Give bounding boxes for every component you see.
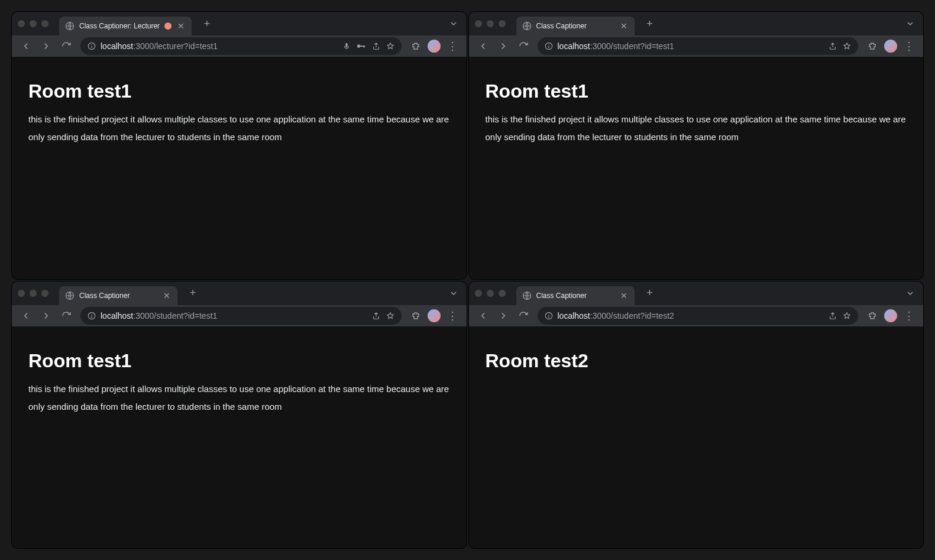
toolbar: localhost:3000/student?id=test1 ⋮	[469, 35, 924, 57]
tab-search-button[interactable]	[903, 17, 917, 31]
maximize-window-button[interactable]	[499, 290, 506, 297]
window-controls	[475, 20, 506, 27]
minimize-window-button[interactable]	[30, 290, 37, 297]
browser-tab[interactable]: Class Captioner: Lecturer ✕	[59, 17, 192, 35]
back-button[interactable]	[18, 38, 34, 54]
close-window-button[interactable]	[18, 20, 25, 27]
tab-search-button[interactable]	[903, 286, 917, 300]
browser-tab[interactable]: Class Captioner ✕	[516, 17, 635, 35]
minimize-window-button[interactable]	[487, 20, 494, 27]
share-icon[interactable]	[372, 312, 380, 320]
url-text: localhost:3000/student?id=test2	[558, 311, 824, 321]
maximize-window-button[interactable]	[499, 20, 506, 27]
tab-bar: Class Captioner: Lecturer ✕ +	[12, 12, 467, 35]
tab-search-button[interactable]	[447, 286, 461, 300]
profile-avatar[interactable]	[884, 309, 897, 322]
new-tab-button[interactable]: +	[199, 15, 215, 32]
recording-indicator-icon	[164, 22, 172, 30]
address-bar[interactable]: localhost:3000/student?id=test2	[538, 307, 859, 325]
profile-avatar[interactable]	[884, 40, 897, 53]
back-button[interactable]	[475, 38, 491, 54]
share-icon[interactable]	[829, 42, 837, 50]
page-heading: Room test1	[28, 80, 450, 102]
extensions-icon[interactable]	[407, 307, 424, 324]
new-tab-button[interactable]: +	[642, 15, 658, 32]
tab-bar: Class Captioner ✕ +	[469, 12, 924, 35]
site-info-icon[interactable]	[88, 312, 96, 320]
reload-button[interactable]	[515, 38, 532, 54]
browser-menu-button[interactable]: ⋮	[444, 38, 461, 54]
close-tab-button[interactable]: ✕	[176, 21, 186, 31]
maximize-window-button[interactable]	[41, 290, 48, 297]
url-text: localhost:3000/student?id=test1	[558, 41, 824, 51]
site-info-icon[interactable]	[88, 42, 96, 50]
back-button[interactable]	[18, 307, 34, 324]
window-controls	[18, 290, 48, 297]
tab-title: Class Captioner	[536, 292, 614, 300]
page-body-text: this is the finished project it allows m…	[28, 380, 450, 416]
password-key-icon[interactable]	[357, 42, 366, 50]
bookmark-star-icon[interactable]	[386, 312, 394, 320]
toolbar: localhost:3000/lecturer?id=test1 ⋮	[12, 35, 467, 57]
toolbar: localhost:3000/student?id=test2 ⋮	[469, 305, 924, 326]
page-heading: Room test2	[486, 350, 907, 372]
forward-button[interactable]	[38, 38, 54, 54]
share-icon[interactable]	[372, 42, 380, 50]
globe-icon	[65, 291, 75, 300]
browser-window-1: Class Captioner ✕ + localhost:3000/stude…	[469, 12, 924, 279]
address-bar[interactable]: localhost:3000/lecturer?id=test1	[80, 37, 402, 55]
new-tab-button[interactable]: +	[642, 285, 658, 302]
reload-button[interactable]	[58, 38, 75, 54]
close-window-button[interactable]	[475, 290, 482, 297]
close-tab-button[interactable]: ✕	[619, 291, 629, 300]
svg-rect-5	[363, 46, 364, 48]
site-info-icon[interactable]	[545, 42, 553, 50]
browser-window-0: Class Captioner: Lecturer ✕ + localhost:…	[12, 12, 467, 279]
site-info-icon[interactable]	[545, 312, 553, 320]
minimize-window-button[interactable]	[30, 20, 37, 27]
extensions-icon[interactable]	[407, 38, 424, 54]
browser-window-3: Class Captioner ✕ + localhost:3000/stude…	[469, 281, 924, 549]
bookmark-star-icon[interactable]	[843, 312, 851, 320]
page-content: Room test1 this is the finished project …	[12, 57, 467, 279]
new-tab-button[interactable]: +	[185, 285, 201, 302]
page-body-text: this is the finished project it allows m…	[486, 111, 907, 146]
reload-button[interactable]	[58, 307, 75, 324]
back-button[interactable]	[475, 307, 491, 324]
extensions-icon[interactable]	[864, 38, 881, 54]
browser-menu-button[interactable]: ⋮	[901, 307, 917, 324]
url-text: localhost:3000/lecturer?id=test1	[101, 41, 338, 51]
close-window-button[interactable]	[475, 20, 482, 27]
browser-tab[interactable]: Class Captioner ✕	[516, 286, 635, 305]
browser-tab[interactable]: Class Captioner ✕	[59, 286, 177, 305]
extensions-icon[interactable]	[864, 307, 881, 324]
browser-menu-button[interactable]: ⋮	[901, 38, 917, 54]
tab-search-button[interactable]	[447, 17, 461, 31]
close-tab-button[interactable]: ✕	[162, 291, 172, 300]
tab-title: Class Captioner	[79, 292, 157, 300]
address-bar[interactable]: localhost:3000/student?id=test1	[538, 37, 859, 55]
page-body-text: this is the finished project it allows m…	[28, 111, 450, 146]
forward-button[interactable]	[495, 38, 512, 54]
close-window-button[interactable]	[18, 290, 25, 297]
tab-title: Class Captioner: Lecturer	[79, 22, 160, 30]
bookmark-star-icon[interactable]	[843, 42, 851, 50]
window-controls	[475, 290, 506, 297]
microphone-icon[interactable]	[342, 42, 351, 50]
minimize-window-button[interactable]	[487, 290, 494, 297]
bookmark-star-icon[interactable]	[386, 42, 394, 50]
share-icon[interactable]	[829, 312, 837, 320]
maximize-window-button[interactable]	[41, 20, 48, 27]
forward-button[interactable]	[38, 307, 54, 324]
close-tab-button[interactable]: ✕	[619, 21, 629, 31]
reload-button[interactable]	[515, 307, 532, 324]
tab-title: Class Captioner	[536, 22, 614, 30]
tab-bar: Class Captioner ✕ +	[12, 281, 467, 305]
forward-button[interactable]	[495, 307, 512, 324]
browser-menu-button[interactable]: ⋮	[444, 307, 461, 324]
address-bar[interactable]: localhost:3000/student?id=test1	[80, 307, 402, 325]
profile-avatar[interactable]	[428, 309, 441, 322]
profile-avatar[interactable]	[428, 40, 441, 53]
browser-window-2: Class Captioner ✕ + localhost:3000/stude…	[12, 281, 467, 549]
page-heading: Room test1	[486, 80, 907, 102]
